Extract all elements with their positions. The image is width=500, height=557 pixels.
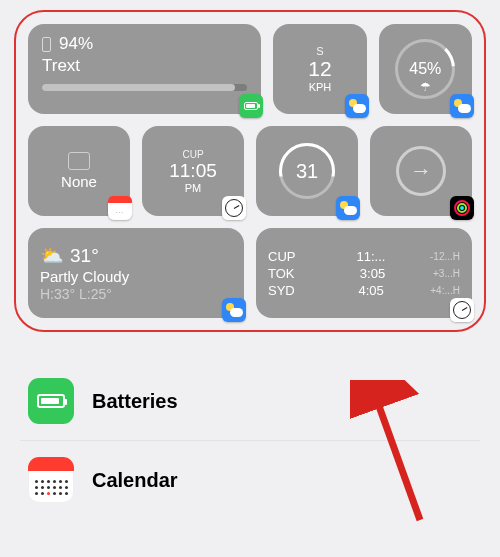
widget-temperature[interactable]: 31 — [256, 126, 358, 216]
widget-wind[interactable]: S 12 KPH — [273, 24, 366, 114]
world-clock-row: SYD 4:05 +4:...H — [268, 283, 460, 298]
wc-diff: +4:...H — [430, 285, 460, 296]
widget-battery[interactable]: 94% Trext — [28, 24, 261, 114]
wc-time: 3:05 — [360, 266, 385, 281]
wc-diff: +3...H — [433, 268, 460, 279]
fitness-app-badge — [450, 196, 474, 220]
weather-icon — [348, 99, 366, 113]
wc-time: 11:... — [357, 249, 386, 264]
world-clock-row: TOK 3:05 +3...H — [268, 266, 460, 281]
app-list: Batteries Calendar — [20, 362, 480, 519]
weather-temp: 31° — [70, 245, 99, 267]
widget-clock[interactable]: CUP 11:05 PM — [142, 126, 244, 216]
clock-city: CUP — [182, 149, 203, 160]
phone-icon — [42, 37, 51, 52]
clock-app-badge — [222, 196, 246, 220]
wc-time: 4:05 — [358, 283, 383, 298]
battery-percent: 94% — [59, 34, 93, 54]
widget-fitness[interactable]: → — [370, 126, 472, 216]
wind-direction: S — [316, 45, 323, 57]
weather-app-badge — [222, 298, 246, 322]
weather-app-badge — [450, 94, 474, 118]
wind-unit: KPH — [309, 81, 332, 93]
clock-app-badge — [450, 298, 474, 322]
clock-time: 11:05 — [169, 160, 217, 182]
clock-ampm: PM — [185, 182, 202, 194]
wind-speed: 12 — [308, 57, 331, 81]
widget-calendar[interactable]: None ··· — [28, 126, 130, 216]
weather-icon — [453, 99, 471, 113]
partly-cloudy-icon: ⛅ — [40, 244, 64, 267]
widget-precip[interactable]: 45% ☂ — [379, 24, 472, 114]
wc-city: TOK — [268, 266, 312, 281]
umbrella-icon: ☂ — [420, 80, 431, 94]
wc-city: SYD — [268, 283, 312, 298]
wc-city: CUP — [268, 249, 312, 264]
calendar-none-label: None — [61, 173, 97, 190]
weather-app-badge — [336, 196, 360, 220]
battery-icon — [244, 102, 258, 110]
weather-app-badge — [345, 94, 369, 118]
temp-value: 31 — [296, 160, 318, 183]
temp-gauge: 31 — [279, 143, 335, 199]
widget-world-clock[interactable]: CUP 11:... -12...H TOK 3:05 +3...H SYD 4… — [256, 228, 472, 318]
calendar-app-badge: ··· — [108, 196, 132, 220]
list-item-batteries[interactable]: Batteries — [20, 362, 480, 441]
list-label: Calendar — [92, 469, 178, 492]
calendar-icon — [68, 152, 90, 170]
activity-rings-icon — [454, 200, 470, 216]
weather-hilo: H:33° L:25° — [40, 286, 112, 302]
weather-condition: Partly Cloudy — [40, 268, 129, 285]
wc-diff: -12...H — [430, 251, 460, 262]
precip-percent: 45% — [409, 60, 441, 78]
widget-gallery[interactable]: 94% Trext S 12 KPH 45% ☂ None — [14, 10, 486, 332]
widget-weather-summary[interactable]: ⛅31° Partly Cloudy H:33° L:25° — [28, 228, 244, 318]
list-item-calendar[interactable]: Calendar — [20, 441, 480, 519]
list-label: Batteries — [92, 390, 178, 413]
calendar-app-icon — [28, 457, 74, 503]
precip-gauge: 45% ☂ — [395, 39, 455, 99]
arrow-right-icon: → — [396, 146, 446, 196]
world-clock-row: CUP 11:... -12...H — [268, 249, 460, 264]
weather-icon — [339, 201, 357, 215]
batteries-app-badge — [239, 94, 263, 118]
battery-icon — [37, 394, 65, 408]
batteries-app-icon — [28, 378, 74, 424]
battery-device-name: Trext — [42, 56, 80, 76]
battery-bar — [42, 84, 247, 91]
weather-icon — [225, 303, 243, 317]
